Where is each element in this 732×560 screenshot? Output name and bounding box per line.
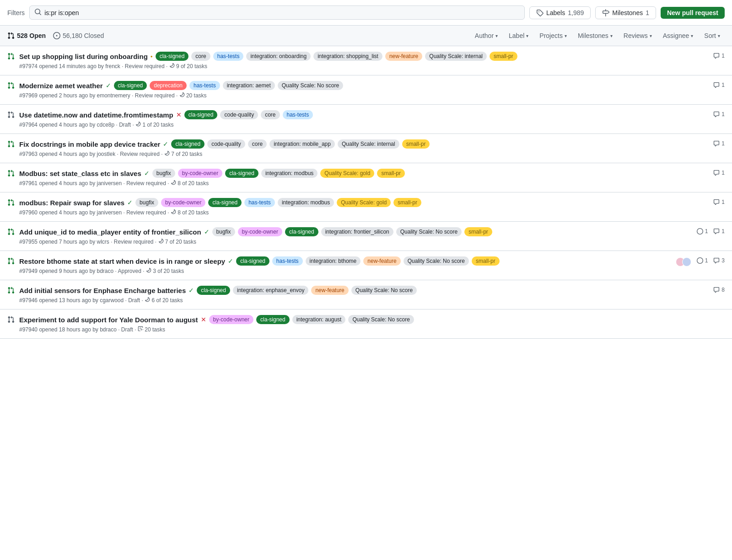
pr-label[interactable]: Quality Scale: No score [348, 315, 414, 324]
closed-count[interactable]: 56,180 Closed [53, 32, 104, 39]
pr-label[interactable]: bugfix [152, 169, 175, 178]
pr-label[interactable]: integration: onboarding [246, 52, 311, 61]
pr-label[interactable]: integration: frontier_silicon [321, 227, 393, 236]
pr-label[interactable]: code-quality [220, 110, 258, 119]
pr-label[interactable]: by-code-owner [238, 227, 282, 236]
pr-main: modbus: Repair swap for slaves ✓ bugfixb… [19, 198, 709, 216]
pr-label[interactable]: cla-signed [156, 52, 189, 61]
pr-comment: 1 [713, 228, 725, 235]
pr-item: Fix docstrings in mobile app device trac… [0, 134, 732, 163]
pr-label[interactable]: new-feature [385, 52, 422, 61]
comment-count: 1 [721, 199, 725, 205]
pr-main: Experiment to add support for Yale Doorm… [19, 315, 720, 333]
pr-label[interactable]: cla-signed [197, 286, 230, 295]
pr-label[interactable]: core [261, 110, 280, 119]
pr-label[interactable]: cla-signed [184, 110, 218, 119]
pr-title[interactable]: Add unique_id to media_player entity of … [19, 228, 201, 236]
pr-label[interactable]: cla-signed [114, 81, 147, 90]
pr-meta: #97955 opened 7 hours ago by wlcrs · Rev… [19, 238, 692, 245]
pr-title[interactable]: Set up shopping list during onboarding [19, 53, 148, 60]
pr-label[interactable]: Quality Scale: No score [351, 286, 417, 295]
pr-title[interactable]: Restore bthome state at start when devic… [19, 257, 225, 265]
pr-label[interactable]: core [248, 139, 267, 149]
author-filter-btn[interactable]: Author ▾ [470, 30, 502, 41]
pr-label[interactable]: Quality Scale: gold [337, 198, 391, 207]
pr-status-icon [7, 111, 15, 120]
milestones-filter-btn[interactable]: Milestones ▾ [573, 30, 617, 41]
pr-title[interactable]: Modernize aemet weather [19, 82, 103, 90]
pr-label[interactable]: integration: august [292, 315, 346, 324]
pr-label[interactable]: cla-signed [236, 256, 269, 266]
pr-label[interactable]: Quality Scale: No score [404, 256, 469, 266]
pr-label[interactable]: bugfix [135, 198, 158, 207]
new-pr-button[interactable]: New pull request [661, 7, 725, 19]
pr-label[interactable]: by-code-owner [209, 315, 253, 324]
filter-input[interactable] [44, 9, 520, 16]
pr-label[interactable]: has-tests [272, 256, 303, 266]
pr-label[interactable]: code-quality [207, 139, 245, 149]
pr-label[interactable]: has-tests [283, 110, 313, 119]
pr-label[interactable]: cla-signed [208, 198, 242, 207]
pr-label[interactable]: integration: aemet [223, 81, 275, 90]
pr-label[interactable]: small-pr [393, 198, 421, 207]
pr-main: Add unique_id to media_player entity of … [19, 227, 692, 245]
pr-title[interactable]: Experiment to add support for Yale Doorm… [19, 316, 198, 324]
pr-meta: #97961 opened 4 hours ago by janiversen … [19, 180, 709, 187]
pr-label[interactable]: Quality Scale: No score [278, 81, 343, 90]
pr-label[interactable]: deprecation [150, 81, 187, 90]
pr-label[interactable]: integration: modbus [278, 198, 334, 207]
pr-label[interactable]: cla-signed [256, 315, 290, 324]
pr-label[interactable]: small-pr [402, 139, 430, 149]
pr-label[interactable]: integration: enphase_envoy [233, 286, 308, 295]
pr-comment: 1 [713, 111, 725, 117]
assignee-filter-btn[interactable]: Assignee ▾ [658, 30, 698, 41]
pr-label[interactable]: small-pr [472, 256, 500, 266]
projects-chevron-icon: ▾ [565, 33, 567, 38]
pr-label[interactable]: cla-signed [171, 139, 205, 149]
comment-count: 1 [721, 111, 725, 117]
pr-label[interactable]: by-code-owner [161, 198, 205, 207]
label-filter-btn[interactable]: Label ▾ [504, 30, 533, 41]
pr-label[interactable]: integration: bthome [306, 256, 361, 266]
pr-label[interactable]: has-tests [244, 198, 275, 207]
pr-title[interactable]: Modbus: set state_class etc in slaves [19, 170, 141, 177]
pr-label[interactable]: small-pr [490, 52, 517, 61]
pr-label[interactable]: cla-signed [225, 169, 258, 178]
pr-label[interactable]: Quality Scale: No score [396, 227, 462, 236]
pr-title[interactable]: Use datetime.now and datetime.fromtimest… [19, 111, 173, 119]
pr-label[interactable]: small-pr [464, 227, 492, 236]
open-count[interactable]: 528 Open [7, 32, 46, 39]
pr-label[interactable]: new-feature [311, 286, 348, 295]
milestones-button[interactable]: Milestones 1 [595, 6, 656, 19]
pr-title[interactable]: Add initial sensors for Enphase Encharge… [19, 287, 186, 294]
pr-right: 1 1 [697, 227, 725, 235]
pr-label[interactable]: cla-signed [285, 227, 318, 236]
labels-button[interactable]: Labels 1,989 [529, 6, 591, 19]
label-btn-label: Label [509, 32, 524, 39]
pr-label[interactable]: new-feature [363, 256, 400, 266]
pr-label[interactable]: integration: shopping_list [313, 52, 382, 61]
pr-right: 8 [713, 286, 725, 293]
pr-label[interactable]: small-pr [377, 169, 405, 178]
sort-filter-btn[interactable]: Sort ▾ [700, 30, 725, 41]
pr-label[interactable]: integration: mobile_app [269, 139, 335, 149]
pr-label[interactable]: Quality Scale: internal [425, 52, 487, 61]
avatar-stack [678, 257, 691, 267]
reviews-filter-btn[interactable]: Reviews ▾ [619, 30, 657, 41]
pr-title[interactable]: modbus: Repair swap for slaves [19, 199, 124, 207]
pr-label[interactable]: has-tests [213, 52, 244, 61]
pr-label[interactable]: core [191, 52, 210, 61]
pr-meta: #97963 opened 4 hours ago by joostlek · … [19, 150, 709, 157]
pr-title[interactable]: Fix docstrings in mobile app device trac… [19, 140, 160, 148]
pr-label[interactable]: by-code-owner [178, 169, 222, 178]
projects-filter-btn[interactable]: Projects ▾ [535, 30, 571, 41]
open-count-label: 528 Open [17, 32, 46, 39]
pr-label[interactable]: bugfix [212, 227, 235, 236]
check-fail-icon: ✕ [176, 111, 182, 118]
pr-label[interactable]: integration: modbus [261, 169, 318, 178]
pr-label[interactable]: Quality Scale: internal [338, 139, 399, 149]
pr-label[interactable]: Quality Scale: gold [320, 169, 374, 178]
pr-title-row: Use datetime.now and datetime.fromtimest… [19, 110, 709, 119]
pr-label[interactable]: has-tests [189, 81, 220, 90]
pr-meta-text: opened 4 hours ago by cdce8p · Draft · [39, 122, 135, 128]
